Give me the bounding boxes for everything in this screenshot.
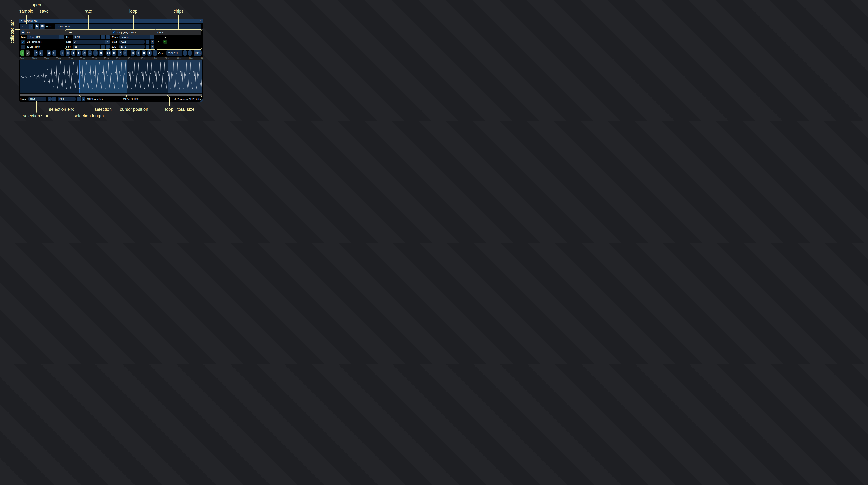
waveform-display[interactable] <box>20 60 202 94</box>
ruler-label: 20ms <box>44 57 49 59</box>
selection-start-input[interactable]: 1654 <box>28 97 46 101</box>
annotation-selection-length: selection length <box>73 113 104 118</box>
play-button[interactable] <box>136 50 141 56</box>
undo-button[interactable] <box>47 50 51 56</box>
annotation-line-selection-end <box>62 101 62 106</box>
ruler-label: 90ms <box>128 57 132 59</box>
selection-start-plus-button[interactable]: + <box>52 97 56 101</box>
no-brr-filters-checkbox[interactable]: ✔ <box>21 45 25 49</box>
info-panel-header: Info <box>20 30 65 35</box>
page: ▼ Sample Editor ✕ 6 ▼ Name Clarinet DQV <box>0 0 221 121</box>
chevron-up-icon <box>22 31 24 34</box>
ruler-label: 150ms <box>199 57 203 59</box>
phase-invert-button[interactable] <box>123 50 127 56</box>
toolbar: Zoom 41.1672% - + 100% <box>19 50 203 56</box>
fade-out-button[interactable] <box>71 50 75 56</box>
sample-number-value: 6 <box>20 24 29 30</box>
annotation-line-sample <box>26 14 27 24</box>
ruler-label: 30ms <box>56 57 61 59</box>
no-brr-filters-label: no BRR filters <box>27 45 40 48</box>
crossfade-button[interactable] <box>131 50 135 56</box>
annotation-line-collapse-bar <box>15 29 20 30</box>
annotation-outline-loop <box>111 29 156 50</box>
ruler-label: 40ms <box>68 57 73 59</box>
brr-emphasis-label: BRR emphasis <box>27 41 42 43</box>
resize-grip[interactable] <box>200 99 203 102</box>
sample-number-dropdown[interactable]: 6 ▼ <box>20 24 33 30</box>
ruler-label: 120ms <box>164 57 169 59</box>
annotation-outline-rate <box>65 29 112 50</box>
annotation-line-chips <box>179 14 179 30</box>
wave-resize-button[interactable] <box>39 50 43 56</box>
selection-end-input[interactable]: 2983 <box>58 97 75 101</box>
header-row: 6 ▼ Name Clarinet DQV <box>19 24 203 30</box>
cursor-position-text: (4025, -25466) <box>123 96 138 102</box>
draw-tool-button[interactable] <box>26 50 30 56</box>
annotation-line-loop-bottom <box>169 97 169 106</box>
marker-plus-button[interactable] <box>82 50 87 56</box>
ruler-label: 100ms <box>140 57 146 59</box>
type-label: Type <box>21 36 27 38</box>
annotation-save: save <box>39 9 49 14</box>
info-panel: Info Type 16-bit PCM ▼ ✔ BRR emphasis ✔ … <box>20 30 65 49</box>
annotation-bracket-loop <box>167 95 202 97</box>
selection-length-text: (1329 samples) <box>87 96 103 102</box>
stop-button[interactable] <box>147 50 152 56</box>
close-icon[interactable]: ✕ <box>199 19 201 23</box>
collapse-bar-button[interactable] <box>21 30 25 34</box>
annotation-chips: chips <box>174 9 184 14</box>
crop-selection-button[interactable] <box>99 50 103 56</box>
annotation-selection-start: selection start <box>23 113 50 118</box>
annotation-line-selection <box>103 97 103 106</box>
save-floppy-icon <box>41 25 44 28</box>
annotation-cursor-position: cursor position <box>120 107 148 112</box>
selection-end-plus-button[interactable]: + <box>82 97 85 101</box>
marker-star-button[interactable] <box>88 50 92 56</box>
select-tool-button[interactable] <box>20 50 24 56</box>
zoom-out-button[interactable]: - <box>183 50 187 56</box>
annotation-line-loop <box>133 14 134 30</box>
window-collapse-icon[interactable]: ▼ <box>21 20 23 22</box>
shift-left-button[interactable] <box>106 50 111 56</box>
selection-end-minus-button[interactable]: - <box>77 97 81 101</box>
annotation-line-selection-start <box>36 101 37 112</box>
amplify-button[interactable] <box>60 50 64 56</box>
zoom-input[interactable]: 41.1672% <box>166 50 182 56</box>
ruler-label: 50ms <box>80 57 85 59</box>
delete-selection-button[interactable] <box>93 50 98 56</box>
redo-button[interactable] <box>52 50 56 56</box>
name-input[interactable]: Clarinet DQV <box>55 24 202 30</box>
zoom-reset-button[interactable]: 100% <box>193 50 202 56</box>
ruler-label: 10ms <box>32 57 37 59</box>
wave-add-button[interactable] <box>33 50 38 56</box>
annotation-line-open <box>36 8 36 24</box>
name-label: Name <box>46 24 52 30</box>
annotation-line-total-size <box>186 101 186 106</box>
fade-in-button[interactable] <box>77 50 81 56</box>
annotation-line-rate <box>88 14 89 30</box>
annotation-selection: selection <box>95 107 112 112</box>
export-button[interactable] <box>153 50 157 56</box>
play-circle-button[interactable] <box>142 50 146 56</box>
chevron-down-icon: ▼ <box>59 35 64 39</box>
gain-adjust-button[interactable] <box>118 50 122 56</box>
open-button[interactable] <box>35 24 39 30</box>
selection-start-minus-button[interactable]: - <box>48 97 52 101</box>
annotation-line-cursor-position <box>134 101 134 106</box>
stretch-amplitude-button[interactable] <box>112 50 116 56</box>
info-panel-title: Info <box>27 31 30 34</box>
annotation-collapse-bar: collapse bar <box>10 20 15 43</box>
total-size-text: 5072 samples, 10144 bytes <box>174 96 202 102</box>
annotation-line-selection-length <box>89 101 89 112</box>
save-button[interactable] <box>40 24 44 30</box>
brr-emphasis-checkbox[interactable]: ✔ <box>21 40 25 44</box>
zoom-label: Zoom <box>158 50 164 56</box>
annotation-open: open <box>31 2 41 7</box>
normalize-button[interactable] <box>66 50 70 56</box>
title-bar[interactable]: ▼ Sample Editor ✕ <box>19 19 203 23</box>
type-dropdown[interactable]: 16-bit PCM ▼ <box>27 35 64 39</box>
annotation-rate: rate <box>85 9 92 14</box>
annotation-line-save <box>44 14 44 24</box>
zoom-in-button[interactable]: + <box>188 50 192 56</box>
annotation-outline-chips <box>156 29 202 50</box>
